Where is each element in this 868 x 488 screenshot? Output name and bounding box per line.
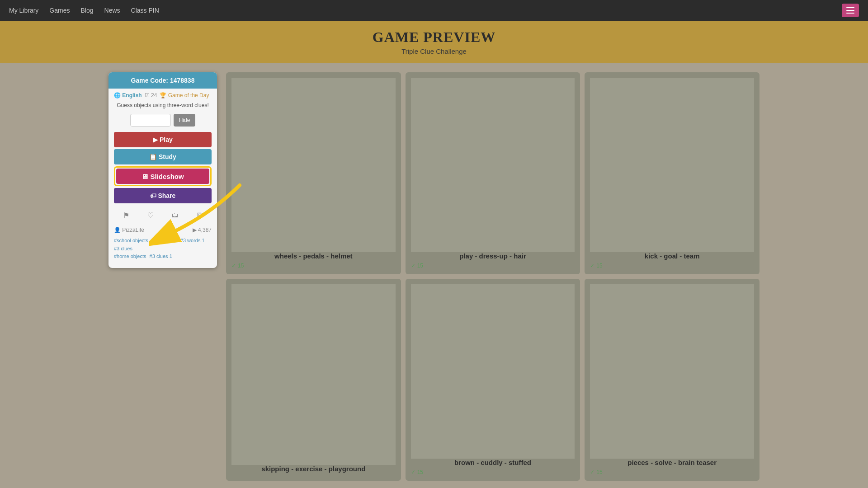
grid-card-2-image: [411, 78, 575, 252]
grid-card-4[interactable]: skipping - exercise - playground: [226, 279, 401, 481]
grid-card-6[interactable]: pieces - solve - brain teaser ✓ 15: [585, 279, 760, 481]
hamburger-button[interactable]: [842, 4, 859, 17]
meta-count: ☑ 24: [145, 92, 157, 99]
nav-my-library[interactable]: My Library: [9, 7, 38, 14]
nav-games[interactable]: Games: [49, 7, 70, 14]
game-code-bar: Game Code: 1478838: [108, 72, 217, 89]
grid-card-1-count: ✓ 15: [231, 263, 396, 269]
grid-card-1[interactable]: wheels - pedals - helmet ✓ 15: [226, 72, 401, 274]
game-grid: wheels - pedals - helmet ✓ 15 play - dre…: [226, 72, 760, 481]
tag-school-objects[interactable]: #school objects: [114, 238, 148, 243]
hide-button[interactable]: Hide: [174, 114, 196, 127]
grid-card-5-image: [411, 284, 575, 459]
code-input-row: Hide: [108, 112, 217, 130]
tag-objects[interactable]: #OBJECTS: [151, 238, 177, 243]
count-icon: ☑: [145, 92, 150, 99]
grid-card-3-image: [590, 78, 754, 252]
grid-card-3-clue: kick - goal - team: [590, 252, 754, 260]
grid-card-4-image: [231, 284, 396, 465]
play-button[interactable]: ▶ Play: [114, 132, 212, 147]
page-header: Game Preview Triple Clue Challenge: [0, 21, 868, 63]
card-tags: #school objects #OBJECTS #3 words 1 #3 c…: [108, 235, 217, 263]
game-card-panel: Game Code: 1478838 🌐 English ☑ 24 🏆 Game…: [108, 72, 217, 268]
tag-home-objects[interactable]: #home objects: [114, 253, 146, 259]
hamburger-line1: [846, 7, 854, 8]
check-icon-1: ✓: [231, 263, 236, 269]
tag-3clues[interactable]: #3 clues: [114, 246, 132, 251]
meta-english: 🌐 English: [114, 92, 142, 99]
grid-card-1-image: [231, 78, 396, 252]
game-description: Guess objects using three-word clues!: [108, 100, 217, 112]
grid-card-4-clue: skipping - exercise - playground: [231, 465, 396, 473]
nav-links: My Library Games Blog News Class PIN: [9, 7, 159, 14]
grid-card-5-clue: brown - cuddly - stuffed: [411, 459, 575, 466]
nav-blog[interactable]: Blog: [80, 7, 93, 14]
main-content: Game Code: 1478838 🌐 English ☑ 24 🏆 Game…: [0, 63, 868, 488]
grid-card-6-count: ✓ 15: [590, 469, 754, 475]
grid-card-2-clue: play - dress-up - hair: [411, 252, 575, 260]
share-button[interactable]: 🏷 Share: [114, 188, 212, 203]
page-subtitle: Triple Clue Challenge: [0, 47, 868, 55]
check-icon-3: ✓: [590, 263, 594, 269]
grid-card-2[interactable]: play - dress-up - hair ✓ 15: [406, 72, 580, 274]
heart-icon[interactable]: ♡: [144, 209, 157, 221]
card-plays: ▶ 4,387: [193, 227, 212, 233]
grid-card-3[interactable]: kick - goal - team ✓ 15: [585, 72, 760, 274]
nav-news[interactable]: News: [104, 7, 120, 14]
card-author: 👤 PizzaLife: [114, 227, 144, 233]
check-icon-2: ✓: [411, 263, 415, 269]
check-icon-5: ✓: [411, 469, 415, 475]
grid-card-6-image: [590, 284, 754, 459]
game-meta: 🌐 English ☑ 24 🏆 Game of the Day: [108, 89, 217, 100]
nav-class-pin[interactable]: Class PIN: [131, 7, 159, 14]
study-button[interactable]: 📋 Study: [114, 149, 212, 164]
grid-card-1-clue: wheels - pedals - helmet: [231, 252, 396, 260]
hamburger-line2: [846, 10, 854, 11]
copy-icon[interactable]: ⧉: [193, 209, 206, 221]
grid-card-3-count: ✓ 15: [590, 263, 754, 269]
slideshow-highlight-border: 🖥 Slideshow: [114, 166, 212, 186]
folder-icon[interactable]: 🗂: [169, 209, 181, 221]
grid-card-5[interactable]: brown - cuddly - stuffed ✓ 15: [406, 279, 580, 481]
tag-3words1[interactable]: #3 words 1: [180, 238, 205, 243]
flag-icon[interactable]: ⚑: [120, 209, 132, 221]
grid-card-6-clue: pieces - solve - brain teaser: [590, 459, 754, 466]
game-code-input[interactable]: [130, 114, 171, 127]
slideshow-button[interactable]: 🖥 Slideshow: [116, 169, 209, 184]
grid-card-5-count: ✓ 15: [411, 469, 575, 475]
tag-3clues1[interactable]: #3 clues 1: [150, 253, 172, 259]
page-title: Game Preview: [0, 29, 868, 46]
navbar: My Library Games Blog News Class PIN: [0, 0, 868, 21]
card-footer: 👤 PizzaLife ▶ 4,387: [108, 225, 217, 235]
meta-gotd: 🏆 Game of the Day: [160, 92, 209, 99]
action-icons-row: ⚑ ♡ 🗂 ⧉: [108, 205, 217, 225]
hamburger-line3: [846, 13, 854, 14]
check-icon-6: ✓: [590, 469, 594, 475]
grid-card-2-count: ✓ 15: [411, 263, 575, 269]
